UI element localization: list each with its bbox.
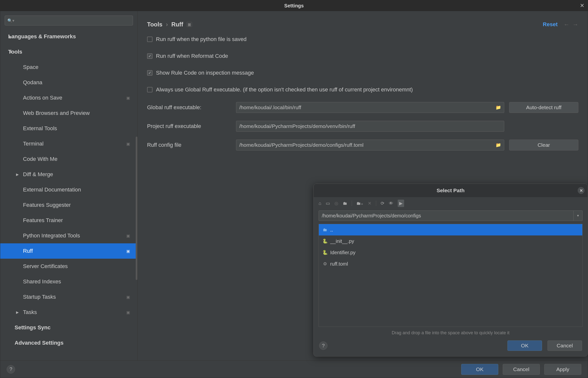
sidebar-scrollbar[interactable] — [136, 137, 137, 280]
tree-item-advanced-settings[interactable]: Advanced Settings — [0, 335, 137, 351]
forward-icon[interactable]: → — [572, 21, 578, 28]
tree-item-terminal[interactable]: Terminal▣ — [0, 136, 137, 151]
checkbox-show-rule-code[interactable]: ✓ Show Rule Code on inspection message — [147, 64, 578, 81]
help-button[interactable]: ? — [7, 365, 15, 374]
project-settings-icon: ▣ — [126, 310, 130, 315]
tree-item-features-trainer[interactable]: Features Trainer — [0, 213, 137, 228]
tree-item-external-documentation[interactable]: External Documentation — [0, 182, 137, 197]
project-icon[interactable]: ◎ — [334, 201, 338, 206]
path-input[interactable]: /home/koudai/PycharmProjects/demo/config… — [319, 210, 574, 221]
desktop-icon[interactable]: ▭ — [326, 201, 330, 206]
project-settings-icon: ▣ — [126, 233, 130, 238]
file-item-identifier[interactable]: 🐍 Identifier.py — [319, 247, 582, 258]
ok-button[interactable]: OK — [461, 364, 498, 375]
tree-item-settings-sync[interactable]: Settings Sync — [0, 320, 137, 335]
tree-item-shared-indexes[interactable]: Shared Indexes — [0, 274, 137, 289]
tree-item-languages-frameworks[interactable]: ▶ Languages & Frameworks — [0, 29, 137, 44]
global-exec-label: Global ruff executable: — [147, 104, 231, 111]
breadcrumb: Tools › Ruff ▣ — [147, 21, 192, 28]
tree-item-tools[interactable]: ▼ Tools — [0, 44, 137, 60]
home-icon[interactable]: ⌂ — [319, 201, 321, 206]
dialog-ok-button[interactable]: OK — [507, 340, 542, 351]
chevron-down-icon: ▼ — [9, 50, 13, 54]
config-file-label: Ruff config file — [147, 142, 231, 148]
tree-item-qodana[interactable]: Qodana — [0, 75, 137, 90]
tree-item-features-suggester[interactable]: Features Suggester — [0, 197, 137, 213]
checkbox-icon: ✓ — [147, 53, 152, 59]
chevron-right-icon: ▶ — [16, 172, 19, 176]
apply-button[interactable]: Apply — [544, 364, 581, 375]
python-file-icon: 🐍 — [322, 238, 328, 244]
delete-icon[interactable]: ✕ — [368, 201, 371, 206]
chevron-right-icon: ▶ — [9, 35, 12, 39]
titlebar: Settings ✕ — [0, 0, 588, 11]
settings-window: Settings ✕ 🔍▾ ▶ Languages & Frameworks ▼… — [0, 0, 588, 378]
checkbox-icon — [147, 87, 152, 92]
tree-item-startup-tasks[interactable]: Startup Tasks▣ — [0, 289, 137, 305]
checkbox-icon — [147, 37, 152, 42]
project-settings-icon: ▣ — [126, 142, 130, 146]
dialog-toolbar: ⌂ ▭ ◎ 🖿 🖿₊ ✕ ⟳ 👁 ▶ — [314, 197, 588, 210]
python-file-icon: 🐍 — [322, 250, 328, 255]
global-exec-input[interactable]: /home/koudai/.local/bin/ruff 📁 — [236, 102, 504, 113]
file-item-init[interactable]: 🐍 __init__.py — [319, 235, 582, 247]
titlebar-title: Settings — [284, 3, 304, 9]
folder-icon[interactable]: 📁 — [496, 105, 501, 110]
tree-item-web-browsers[interactable]: Web Browsers and Preview — [0, 105, 137, 121]
cancel-button[interactable]: Cancel — [503, 364, 540, 375]
tree-item-code-with-me[interactable]: Code With Me — [0, 151, 137, 167]
project-settings-icon: ▣ — [187, 22, 192, 27]
tree-item-ruff[interactable]: Ruff▣ — [0, 243, 137, 259]
sidebar: 🔍▾ ▶ Languages & Frameworks ▼ Tools Spac… — [0, 11, 138, 360]
checkbox-run-on-reformat[interactable]: ✓ Run ruff when Reformat Code — [147, 48, 578, 64]
file-list[interactable]: 🖿 .. 🐍 __init__.py 🐍 Identifier.py ⚙ ruf… — [319, 224, 583, 327]
reset-button[interactable]: Reset — [543, 21, 558, 28]
tree-item-diff-merge[interactable]: ▶Diff & Merge — [0, 167, 137, 182]
folder-icon: 🖿 — [322, 227, 328, 232]
project-settings-icon: ▣ — [126, 249, 130, 253]
chevron-right-icon: › — [166, 21, 168, 28]
back-icon[interactable]: ← — [564, 21, 569, 28]
footer: ? OK Cancel Apply — [0, 360, 588, 378]
chevron-right-icon: ▶ — [16, 310, 19, 314]
tree-item-external-tools[interactable]: External Tools — [0, 121, 137, 136]
tree-item-tasks[interactable]: ▶Tasks▣ — [0, 305, 137, 320]
clear-button[interactable]: Clear — [509, 140, 578, 150]
select-path-dialog: Select Path ✕ ⌂ ▭ ◎ 🖿 🖿₊ ✕ ⟳ 👁 ▶ — [313, 184, 588, 357]
project-exec-label: Project ruff executable — [147, 123, 231, 129]
main-area: 🔍▾ ▶ Languages & Frameworks ▼ Tools Spac… — [0, 11, 588, 360]
path-dropdown-button[interactable]: ▼ — [574, 210, 583, 221]
drop-hint: Drag and drop a file into the space abov… — [314, 327, 588, 338]
dialog-cancel-button[interactable]: Cancel — [547, 340, 582, 351]
tree-item-space[interactable]: Space — [0, 60, 137, 75]
folder-icon[interactable]: 📁 — [496, 142, 501, 148]
file-item-parent[interactable]: 🖿 .. — [319, 224, 582, 235]
settings-tree[interactable]: ▶ Languages & Frameworks ▼ Tools Space Q… — [0, 29, 137, 360]
tree-item-server-certificates[interactable]: Server Certificates — [0, 259, 137, 274]
file-item-ruff-toml[interactable]: ⚙ ruff.toml — [319, 258, 582, 270]
collapse-icon[interactable]: ▶ — [398, 200, 404, 207]
checkbox-icon: ✓ — [147, 70, 152, 76]
auto-detect-button[interactable]: Auto-detect ruff — [509, 102, 578, 113]
checkbox-run-on-save[interactable]: Run ruff when the python file is saved — [147, 31, 578, 48]
tree-item-python-integrated-tools[interactable]: Python Integrated Tools▣ — [0, 228, 137, 243]
toml-file-icon: ⚙ — [322, 261, 328, 267]
project-settings-icon: ▣ — [126, 96, 130, 100]
settings-content: Tools › Ruff ▣ Reset ← → Run ruff when t… — [138, 11, 588, 360]
search-icon: 🔍▾ — [7, 18, 14, 23]
dialog-close-button[interactable]: ✕ — [578, 187, 585, 194]
help-button[interactable]: ? — [319, 341, 327, 350]
checkbox-always-global[interactable]: Always use Global Ruff executable. (if t… — [147, 81, 578, 98]
new-folder-icon[interactable]: 🖿 — [343, 201, 347, 206]
show-hidden-icon[interactable]: 👁 — [389, 201, 393, 206]
project-exec-input[interactable]: /home/koudai/PycharmProjects/demo/venv/b… — [236, 121, 504, 132]
refresh-icon[interactable]: ⟳ — [381, 201, 384, 206]
project-settings-icon: ▣ — [126, 295, 130, 299]
new-folder-plus-icon[interactable]: 🖿₊ — [356, 201, 363, 206]
config-file-input[interactable]: /home/koudai/PycharmProjects/demo/config… — [236, 140, 504, 150]
dialog-titlebar: Select Path ✕ — [314, 184, 588, 197]
tree-item-actions-on-save[interactable]: Actions on Save▣ — [0, 90, 137, 105]
settings-search-input[interactable]: 🔍▾ — [5, 16, 133, 25]
window-close-button[interactable]: ✕ — [580, 2, 584, 9]
